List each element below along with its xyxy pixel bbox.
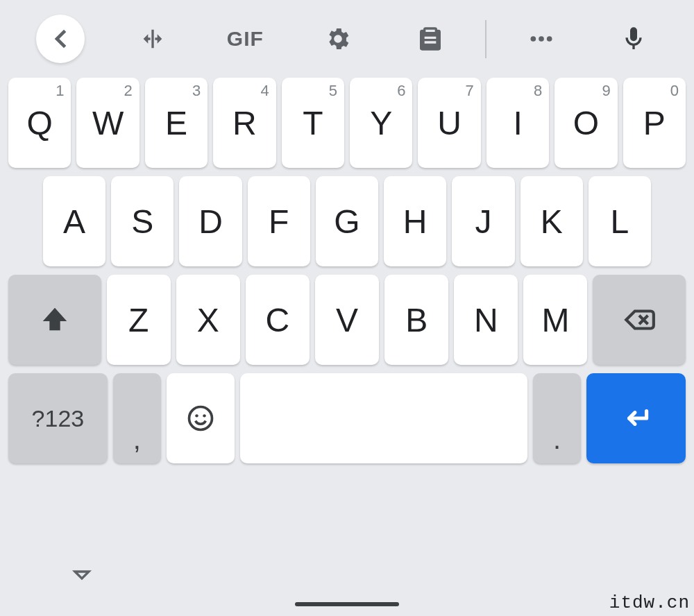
enter-icon [619, 401, 654, 436]
space-key[interactable] [240, 373, 527, 463]
key-row-1: 1Q 2W 3E 4R 5T 6Y 7U 8I 9O 0P [8, 78, 686, 168]
key-g[interactable]: G [316, 176, 378, 266]
back-button[interactable] [36, 15, 85, 63]
key-c[interactable]: C [246, 275, 310, 365]
key-f[interactable]: F [248, 176, 310, 266]
shift-key[interactable] [8, 275, 101, 365]
more-horizontal-icon [527, 25, 555, 53]
emoji-key[interactable] [167, 373, 235, 463]
key-i[interactable]: 8I [486, 78, 549, 168]
key-h[interactable]: H [384, 176, 446, 266]
key-v[interactable]: V [315, 275, 379, 365]
key-e[interactable]: 3E [145, 78, 208, 168]
key-o[interactable]: 9O [555, 78, 617, 168]
keyboard-toolbar: GIF [0, 0, 694, 78]
text-cursor-icon [139, 25, 167, 53]
gif-label: GIF [227, 27, 264, 51]
nav-bar [0, 526, 694, 616]
toolbar-divider [485, 20, 486, 58]
microphone-icon [620, 25, 648, 53]
gear-icon [324, 25, 352, 53]
key-row-3: Z X C V B N M [8, 275, 686, 365]
key-p[interactable]: 0P [623, 78, 686, 168]
key-t[interactable]: 5T [282, 78, 344, 168]
clipboard-button[interactable] [384, 25, 476, 53]
svg-point-5 [203, 414, 205, 417]
svg-point-1 [539, 36, 544, 42]
svg-point-0 [530, 36, 536, 42]
enter-key[interactable] [586, 373, 686, 463]
collapse-keyboard-button[interactable] [68, 561, 96, 592]
comma-key[interactable]: , [113, 373, 161, 463]
key-m[interactable]: M [523, 275, 587, 365]
key-row-2: A S D F G H J K L [8, 176, 686, 266]
svg-point-4 [195, 414, 198, 417]
key-j[interactable]: J [452, 176, 514, 266]
chevron-down-icon [68, 561, 96, 589]
voice-input-button[interactable] [588, 25, 680, 53]
key-s[interactable]: S [111, 176, 174, 266]
key-a[interactable]: A [43, 176, 105, 266]
backspace-key[interactable] [593, 275, 686, 365]
settings-button[interactable] [291, 25, 384, 53]
svg-point-2 [547, 36, 552, 42]
key-b[interactable]: B [384, 275, 448, 365]
key-r[interactable]: 4R [213, 78, 276, 168]
key-l[interactable]: L [589, 176, 651, 266]
symbols-key[interactable]: ?123 [8, 373, 108, 463]
key-n[interactable]: N [454, 275, 518, 365]
clipboard-icon [416, 25, 444, 53]
key-row-4: ?123 , . [8, 373, 686, 463]
period-key[interactable]: . [533, 373, 581, 463]
keyboard: 1Q 2W 3E 4R 5T 6Y 7U 8I 9O 0P A S D F G … [0, 78, 694, 463]
gif-button[interactable]: GIF [199, 27, 291, 51]
nav-handle[interactable] [295, 602, 399, 606]
key-u[interactable]: 7U [418, 78, 480, 168]
cursor-move-button[interactable] [106, 25, 198, 53]
key-d[interactable]: D [179, 176, 242, 266]
key-y[interactable]: 6Y [350, 78, 412, 168]
backspace-icon [622, 302, 657, 337]
shift-icon [39, 304, 71, 336]
key-w[interactable]: 2W [76, 78, 139, 168]
svg-point-3 [189, 407, 212, 430]
key-q[interactable]: 1Q [8, 78, 71, 168]
key-k[interactable]: K [520, 176, 583, 266]
chevron-left-icon [46, 25, 74, 53]
watermark: itdw.cn [609, 592, 690, 613]
more-button[interactable] [495, 25, 587, 53]
emoji-icon [185, 403, 216, 434]
key-x[interactable]: X [176, 275, 240, 365]
key-z[interactable]: Z [107, 275, 171, 365]
